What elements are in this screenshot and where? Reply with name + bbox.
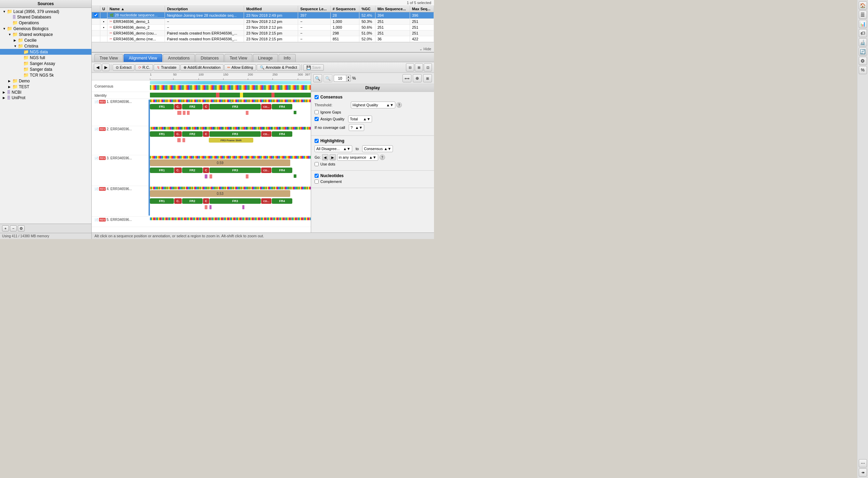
tab-distances[interactable]: Distances — [195, 54, 224, 62]
sidebar-item-operations[interactable]: 📁 Operations — [0, 20, 91, 26]
highlight-from-select[interactable]: All Disagree... ▲▼ — [315, 145, 352, 152]
zoom-spinner[interactable]: 10 ▲ ▼ — [334, 75, 351, 82]
col-header-description[interactable]: Description — [165, 6, 244, 12]
save-button[interactable]: 💾 Save — [303, 64, 324, 71]
tab-lineage[interactable]: Lineage — [253, 54, 278, 62]
alignment-view[interactable]: 1 50 100 150 200 250 300 350 397 — [92, 73, 311, 233]
tab-annotations[interactable]: Annotations — [163, 54, 195, 62]
back-button[interactable]: ◀ — [94, 64, 101, 71]
consensus-checkbox[interactable] — [315, 95, 319, 99]
complement-row: Complement — [315, 180, 431, 184]
highlight-to-select[interactable]: Consensus ▲▼ — [362, 145, 393, 152]
sidebar-item-shared-databases[interactable]: 🗄 Shared Databases — [0, 14, 91, 20]
col-header-max-seq[interactable]: Max Seq... — [410, 6, 434, 12]
col-header-check[interactable] — [92, 6, 100, 12]
horizontal-scrollbar[interactable] — [92, 42, 434, 46]
highlighting-checkbox[interactable] — [315, 139, 319, 143]
extract-button[interactable]: ⊙ Extract — [113, 64, 135, 71]
tab-text-view[interactable]: Text View — [225, 54, 252, 62]
remove-source-button[interactable]: − — [10, 225, 17, 231]
annotation-c1: C. — [174, 104, 182, 109]
tab-alignment-view[interactable]: Alignment View — [124, 54, 162, 62]
sidebar-item-ngs-data[interactable]: 📁 NGS data — [0, 49, 91, 55]
assign-quality-select[interactable]: Total ▲▼ — [348, 116, 372, 122]
sidebar-item-geneious-bio[interactable]: ▼ 📁 Geneious Biologics — [0, 26, 91, 31]
no-coverage-select[interactable]: ? ▲▼ — [349, 124, 364, 131]
col-header-modified[interactable]: Modified — [244, 6, 298, 12]
arrow-icon: ▶ — [3, 91, 7, 94]
sidebar-item-sanger-data[interactable]: 📁 Sanger data — [0, 66, 91, 72]
table-row[interactable]: ✂ ERR346596_demo (cou... Paired reads cr… — [92, 30, 434, 36]
sidebar-item-cristina[interactable]: ▼ 📁 Cristina — [0, 43, 91, 49]
ignore-gaps-checkbox[interactable] — [315, 110, 319, 114]
allow-editing-button[interactable]: ✏ Allow Editing — [224, 64, 256, 71]
sequence-row-4: 📄 REV 4. ERR346596... 0.53 — [92, 186, 311, 217]
zoom-fit-button[interactable]: ⊞ — [423, 74, 432, 82]
zoom-plus-button[interactable]: ⊕ — [413, 74, 422, 82]
use-dots-checkbox[interactable] — [315, 162, 319, 166]
in-any-seq-select[interactable]: in any sequence ▲▼ — [337, 154, 378, 161]
search-button[interactable]: 🔍 — [313, 74, 322, 82]
annotate-predict-button[interactable]: 🔍 Annotate & Predict — [257, 64, 300, 71]
complement-checkbox[interactable] — [315, 180, 319, 184]
col-header-seq-len[interactable]: Sequence Le... — [298, 6, 331, 12]
zoom-fit-width-button[interactable]: ⟺ — [403, 74, 411, 82]
zoom-down-button[interactable]: ▼ — [346, 78, 351, 82]
go-next-button[interactable]: ▶ — [330, 154, 336, 160]
row-checkbox[interactable] — [94, 13, 98, 17]
folder-icon: 📁 — [7, 26, 12, 31]
table-row[interactable]: • ✂ ERR346596_demo_1 − 23 Nov 2018 2:12 … — [92, 19, 434, 25]
folder-icon: 📁 — [18, 43, 23, 49]
settings-button[interactable]: ⚙ — [18, 225, 25, 231]
table-row[interactable]: ✂ ERR346596_demo (me... Paired reads cre… — [92, 36, 434, 42]
zoom-input[interactable]: 10 — [334, 75, 346, 82]
save-icon: 💾 — [306, 65, 311, 70]
col-header-min-seq[interactable]: Min Sequence... — [375, 6, 410, 12]
folder-icon: 📁 — [23, 49, 29, 54]
sidebar-item-test[interactable]: ▶ 📁 TEST — [0, 84, 91, 90]
layout-btn-1[interactable]: ⊟ — [406, 63, 414, 71]
nucleotides-checkbox[interactable] — [315, 174, 319, 178]
assign-quality-row: Assign Quality Total ▲▼ — [315, 116, 431, 122]
search-next-button[interactable]: 🔍 — [323, 74, 332, 82]
main-content: 1 of 5 selected U Name ▲ Description Mod… — [92, 0, 434, 239]
layout-btn-2[interactable]: ⊞ — [415, 63, 423, 71]
sidebar-item-demo[interactable]: ▶ 📁 Demo — [0, 78, 91, 84]
sidebar-item-cecilie[interactable]: ▶ 📁 Cecilie — [0, 37, 91, 43]
add-annotation-button[interactable]: ⊕ Add/Edit Annotation — [180, 64, 224, 71]
layout-btn-3[interactable]: ⊡ — [424, 63, 432, 71]
sidebar-item-tcr-ngs-5k[interactable]: 📁 TCR NGS 5k — [0, 72, 91, 78]
col-header-num-seq[interactable]: # Sequences — [330, 6, 359, 12]
threshold-help-button[interactable]: ? — [396, 102, 402, 108]
col-header-name[interactable]: Name ▲ — [107, 6, 165, 12]
zoom-up-button[interactable]: ▲ — [346, 75, 351, 78]
col-header-u[interactable]: U — [100, 6, 107, 12]
go-help-button[interactable]: ? — [380, 155, 385, 160]
col-header-pct-gc[interactable]: %GC — [359, 6, 375, 12]
rc-icon: ⟳ — [138, 65, 141, 70]
tab-info[interactable]: Info — [279, 54, 296, 62]
forward-button[interactable]: ▶ — [102, 64, 110, 71]
nucleotides-section-title: Nucleotides — [320, 173, 344, 178]
sequence-row-3: 📄 REV 3. ERR346596... 0.59 — [92, 155, 311, 186]
hide-panel-button[interactable]: ⌄ Hide — [92, 46, 434, 52]
status-bar: Alt click on a sequence position or anno… — [92, 233, 434, 239]
tab-tree-view[interactable]: Tree View — [94, 54, 123, 62]
score-bar-3: 0.59 — [150, 159, 290, 166]
sidebar-item-ncbi[interactable]: ▶ 🗄 NCBI — [0, 90, 91, 95]
sidebar-item-sanger-assay[interactable]: 📁 Sanger Assay — [0, 61, 91, 66]
rc-button[interactable]: ⟳ R.C. — [135, 64, 153, 71]
table-row[interactable]: • ✂ ERR346596_demo_2 − 23 Nov 2018 2:12 … — [92, 25, 434, 30]
sidebar-item-shared-ws[interactable]: ▼ 📁 Shared workspace — [0, 31, 91, 37]
go-row: Go: ◀ ▶ in any sequence ▲▼ ? — [315, 154, 431, 161]
threshold-select[interactable]: Highest Quality ▲▼ — [351, 102, 395, 108]
sidebar-item-uniprot[interactable]: ▶ 🗄 UniProt — [0, 95, 91, 101]
table-row[interactable]: 🌿 28 nucleotide sequence... Neighbor-Joi… — [92, 12, 434, 19]
go-prev-button[interactable]: ◀ — [322, 154, 328, 160]
sidebar-item-ngs-full[interactable]: 📁 NGS full — [0, 55, 91, 61]
panel-tools: 🔍 🔍 10 ▲ ▼ % ⟺ — [311, 73, 434, 84]
assign-quality-checkbox[interactable] — [315, 117, 319, 121]
translate-button[interactable]: ↯ Translate — [154, 64, 179, 71]
add-source-button[interactable]: + — [2, 225, 9, 231]
sidebar-item-local[interactable]: ▼ 📁 Local (3956, 379 unread) — [0, 9, 91, 14]
